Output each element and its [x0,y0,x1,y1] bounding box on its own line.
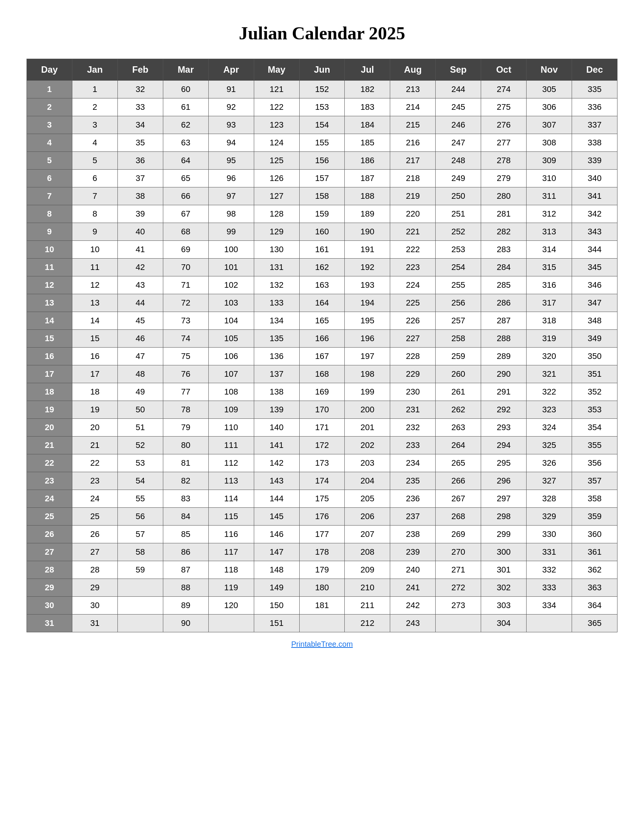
julian-day-cell: 174 [299,472,345,490]
day-cell: 4 [27,134,72,152]
table-row: 292988119149180210241272302333363 [27,579,617,597]
julian-day-cell: 85 [163,526,208,544]
julian-day-cell: 172 [299,437,345,454]
julian-day-cell: 201 [345,419,390,437]
julian-day-cell: 216 [390,134,436,152]
julian-day-cell: 144 [254,490,299,508]
julian-day-cell: 118 [208,561,254,579]
julian-day-cell: 261 [436,383,481,401]
julian-day-cell: 86 [163,544,208,561]
julian-day-cell: 43 [118,277,163,294]
julian-day-cell: 230 [390,383,436,401]
julian-day-cell: 241 [390,579,436,597]
julian-day-cell: 123 [254,116,299,134]
julian-day-cell: 352 [572,383,617,401]
julian-day-cell: 313 [526,223,572,241]
julian-day-cell: 170 [299,401,345,419]
julian-day-cell: 225 [390,294,436,312]
julian-day-cell: 56 [118,508,163,526]
julian-day-cell: 31 [72,614,118,632]
table-row: 88396798128159189220251281312342 [27,205,617,223]
day-cell: 8 [27,205,72,223]
julian-day-cell: 177 [299,526,345,544]
day-cell: 15 [27,330,72,347]
julian-day-cell: 140 [254,419,299,437]
julian-day-cell: 134 [254,312,299,330]
julian-day-cell: 80 [163,437,208,454]
julian-day-cell: 327 [526,472,572,490]
julian-day-cell: 173 [299,454,345,472]
julian-day-cell: 22 [72,454,118,472]
day-cell: 25 [27,508,72,526]
julian-day-cell: 262 [436,401,481,419]
julian-day-cell: 289 [481,347,526,365]
julian-day-cell: 269 [436,526,481,544]
julian-day-cell: 334 [526,597,572,614]
julian-day-cell [118,614,163,632]
julian-day-cell: 337 [572,116,617,134]
julian-day-cell: 316 [526,277,572,294]
julian-day-cell: 271 [436,561,481,579]
julian-day-cell: 168 [299,365,345,383]
julian-day-cell: 204 [345,472,390,490]
table-row: 20205179110140171201232263293324354 [27,419,617,437]
footer-link[interactable]: PrintableTree.com [291,640,353,649]
julian-day-cell: 111 [208,437,254,454]
julian-day-cell: 126 [254,170,299,187]
julian-day-cell: 232 [390,419,436,437]
julian-day-cell: 135 [254,330,299,347]
julian-day-cell: 198 [345,365,390,383]
table-row: 14144573104134165195226257287318348 [27,312,617,330]
julian-day-cell: 339 [572,152,617,170]
julian-day-cell: 356 [572,454,617,472]
julian-day-cell: 40 [118,223,163,241]
julian-day-cell: 58 [118,544,163,561]
julian-day-cell: 171 [299,419,345,437]
table-row: 22336192122153183214245275306336 [27,98,617,116]
julian-day-cell: 78 [163,401,208,419]
day-cell: 11 [27,259,72,277]
julian-day-cell: 104 [208,312,254,330]
julian-day-cell: 242 [390,597,436,614]
julian-day-cell: 349 [572,330,617,347]
julian-day-cell: 240 [390,561,436,579]
julian-day-cell: 238 [390,526,436,544]
julian-day-cell: 176 [299,508,345,526]
day-cell: 18 [27,383,72,401]
julian-day-cell: 340 [572,170,617,187]
julian-day-cell: 120 [208,597,254,614]
table-row: 44356394124155185216247277308338 [27,134,617,152]
julian-day-cell: 205 [345,490,390,508]
julian-day-cell: 222 [390,241,436,259]
table-row: 26265785116146177207238269299330360 [27,526,617,544]
julian-day-cell: 354 [572,419,617,437]
julian-day-cell: 124 [254,134,299,152]
julian-day-cell: 333 [526,579,572,597]
day-cell: 5 [27,152,72,170]
julian-day-cell: 293 [481,419,526,437]
julian-day-cell: 141 [254,437,299,454]
day-cell: 31 [27,614,72,632]
day-cell: 10 [27,241,72,259]
julian-day-cell: 304 [481,614,526,632]
table-row: 303089120150181211242273303334364 [27,597,617,614]
julian-day-cell: 319 [526,330,572,347]
julian-day-cell: 193 [345,277,390,294]
julian-day-cell: 320 [526,347,572,365]
julian-day-cell: 360 [572,526,617,544]
julian-day-cell: 112 [208,454,254,472]
julian-day-cell: 161 [299,241,345,259]
julian-day-cell: 248 [436,152,481,170]
julian-day-cell: 163 [299,277,345,294]
julian-day-cell: 229 [390,365,436,383]
julian-day-cell: 183 [345,98,390,116]
julian-day-cell: 298 [481,508,526,526]
julian-day-cell: 38 [118,187,163,205]
julian-day-cell: 207 [345,526,390,544]
day-cell: 7 [27,187,72,205]
julian-day-cell: 308 [526,134,572,152]
julian-day-cell: 234 [390,454,436,472]
julian-day-cell: 186 [345,152,390,170]
julian-day-cell: 239 [390,544,436,561]
julian-day-cell: 76 [163,365,208,383]
